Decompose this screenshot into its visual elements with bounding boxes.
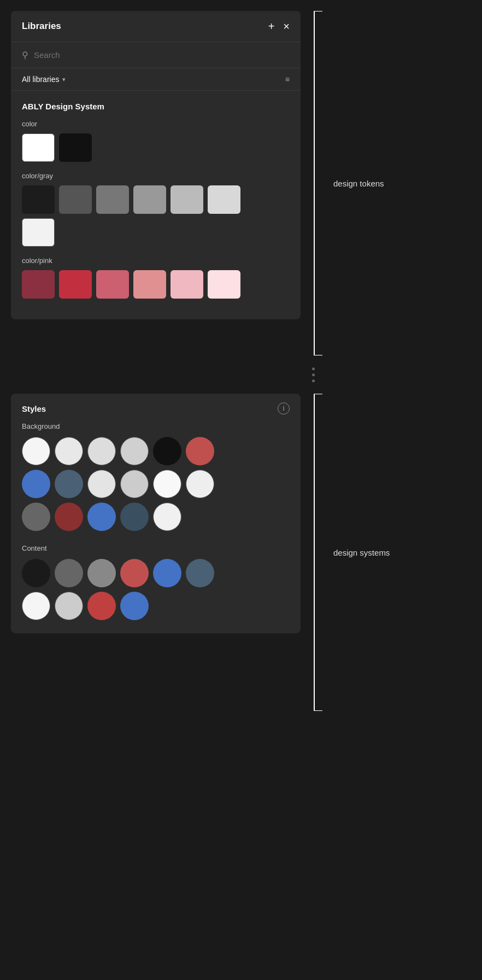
bg-swatch[interactable] (153, 437, 181, 465)
color-swatch[interactable] (22, 133, 55, 162)
color-swatch[interactable] (133, 270, 166, 299)
filter-bar: All libraries ▾ ≡ (11, 68, 301, 91)
library-content: ABLY Design System color color/gray (11, 91, 301, 319)
color-swatch[interactable] (96, 270, 129, 299)
bg-swatch[interactable] (55, 503, 83, 531)
color-section-gray: color/gray (22, 172, 290, 247)
bg-swatch[interactable] (22, 470, 50, 498)
bg-swatch[interactable] (55, 437, 83, 465)
close-button[interactable]: × (283, 21, 290, 32)
content-swatch[interactable] (186, 559, 214, 587)
bg-swatch[interactable] (87, 503, 116, 531)
bg-swatch[interactable] (22, 437, 50, 465)
color-row-color (22, 133, 290, 162)
bg-swatch[interactable] (22, 503, 50, 531)
content-row-1 (22, 559, 290, 587)
libraries-panel: Libraries + × ⚲ All libraries ▾ ≡ (11, 11, 301, 319)
color-section-label: color (22, 120, 290, 128)
styles-header: Styles i (11, 394, 301, 422)
chevron-down-icon: ▾ (62, 76, 66, 83)
bg-swatch[interactable] (120, 437, 149, 465)
content-swatch[interactable] (22, 559, 50, 587)
design-systems-label: design systems (333, 548, 390, 557)
content-swatch[interactable] (87, 559, 116, 587)
content-row-2 (22, 592, 290, 620)
dot-2 (312, 374, 315, 376)
styles-panel: Styles i Background (11, 394, 301, 633)
background-section: Background (11, 422, 301, 544)
color-swatch[interactable] (133, 185, 166, 214)
color-swatch[interactable] (171, 185, 203, 214)
panel-title: Libraries (22, 21, 61, 32)
filter-label-text: All libraries (22, 75, 59, 84)
bg-swatch[interactable] (186, 437, 214, 465)
color-gray-label: color/gray (22, 172, 290, 180)
color-swatch[interactable] (171, 270, 203, 299)
bg-swatch[interactable] (87, 470, 116, 498)
bg-swatch[interactable] (120, 470, 149, 498)
search-icon: ⚲ (22, 50, 28, 60)
bg-swatch[interactable] (186, 470, 214, 498)
color-pink-label: color/pink (22, 256, 290, 265)
color-row-gray (22, 185, 290, 214)
search-bar: ⚲ (11, 42, 301, 68)
color-row-pink (22, 270, 290, 299)
color-section-pink: color/pink (22, 256, 290, 299)
bg-swatch[interactable] (87, 437, 116, 465)
color-row-gray-2 (22, 218, 290, 247)
design-tokens-label: design tokens (333, 179, 384, 188)
color-swatch[interactable] (96, 185, 129, 214)
content-swatch[interactable] (120, 592, 149, 620)
background-row-3 (22, 503, 290, 531)
list-icon[interactable]: ≡ (285, 75, 290, 84)
content-swatch[interactable] (22, 592, 50, 620)
design-systems-annotation: design systems (311, 394, 390, 711)
bg-swatch[interactable] (55, 470, 83, 498)
color-swatch[interactable] (22, 185, 55, 214)
background-label: Background (22, 422, 290, 430)
add-button[interactable]: + (268, 21, 275, 32)
library-name: ABLY Design System (22, 102, 290, 111)
background-row-1 (22, 437, 290, 465)
content-swatch[interactable] (120, 559, 149, 587)
header-actions: + × (268, 21, 290, 32)
dots-separator (156, 355, 471, 394)
color-swatch[interactable] (59, 133, 92, 162)
bg-swatch[interactable] (153, 470, 181, 498)
color-section-color: color (22, 120, 290, 162)
dot-3 (312, 380, 315, 382)
info-icon[interactable]: i (278, 402, 290, 415)
design-tokens-annotation: design tokens (311, 11, 384, 355)
filter-dropdown[interactable]: All libraries ▾ (22, 75, 66, 84)
color-swatch[interactable] (208, 185, 240, 214)
color-swatch[interactable] (59, 185, 92, 214)
search-input[interactable] (34, 50, 290, 60)
bg-swatch[interactable] (153, 503, 181, 531)
panel-header: Libraries + × (11, 11, 301, 42)
content-swatch[interactable] (55, 592, 83, 620)
color-swatch[interactable] (22, 218, 55, 247)
color-swatch[interactable] (59, 270, 92, 299)
content-swatch[interactable] (55, 559, 83, 587)
color-swatch[interactable] (22, 270, 55, 299)
dot-1 (312, 368, 315, 370)
content-swatch[interactable] (87, 592, 116, 620)
content-swatch[interactable] (153, 559, 181, 587)
bg-swatch[interactable] (120, 503, 149, 531)
content-label: Content (22, 544, 290, 552)
content-section: Content (11, 544, 301, 633)
styles-title: Styles (22, 404, 46, 413)
color-swatch[interactable] (208, 270, 240, 299)
background-row-2 (22, 470, 290, 498)
